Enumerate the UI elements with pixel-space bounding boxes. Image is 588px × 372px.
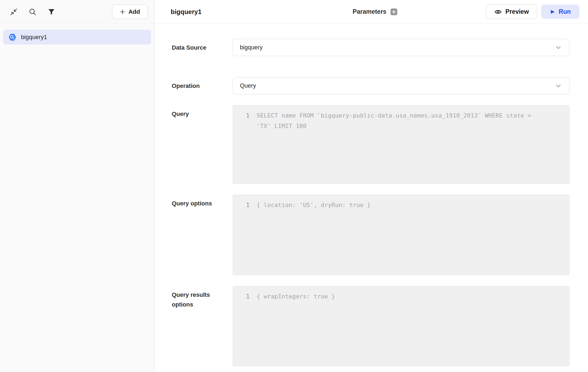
query-results-options-label: Query results options — [172, 286, 233, 310]
line-number: 1 — [238, 200, 250, 210]
query-results-options-placeholder: { wrapIntegers: true } — [257, 291, 539, 302]
preview-button[interactable]: Preview — [486, 5, 537, 19]
bigquery-icon — [8, 33, 17, 42]
chevron-down-icon — [555, 82, 562, 89]
form-row-query-options: Query options 1 { location: 'US', dryRun… — [172, 195, 588, 275]
query-options-code-editor[interactable]: 1 { location: 'US', dryRun: true } — [233, 195, 569, 275]
query-code-placeholder: SELECT name FROM `bigquery-public-data.u… — [257, 110, 539, 131]
query-options-placeholder: { location: 'US', dryRun: true } — [257, 200, 539, 210]
parameters-label: Parameters — [353, 8, 386, 15]
operation-label: Operation — [172, 77, 233, 91]
collapse-icon — [10, 8, 18, 16]
operation-value: Query — [240, 82, 256, 89]
query-label: Query — [172, 105, 233, 119]
data-source-value: bigquery — [240, 44, 262, 51]
sidebar: Add bigquery1 — [0, 0, 155, 372]
query-options-label: Query options — [172, 195, 233, 208]
plus-icon — [120, 9, 125, 15]
form-row-data-source: Data Source bigquery — [172, 39, 588, 56]
query-code-editor[interactable]: 1 SELECT name FROM `bigquery-public-data… — [233, 105, 569, 184]
filter-icon — [48, 8, 55, 15]
data-source-select[interactable]: bigquery — [233, 39, 569, 56]
run-button-label: Run — [559, 8, 571, 15]
preview-button-label: Preview — [505, 8, 529, 15]
query-list-item-bigquery1[interactable]: bigquery1 — [3, 30, 151, 44]
query-form: Data Source bigquery Operation Query — [155, 24, 588, 366]
plus-square-icon — [390, 8, 397, 15]
query-results-options-code-editor[interactable]: 1 { wrapIntegers: true } — [233, 286, 569, 366]
eye-icon — [494, 8, 502, 16]
chevron-down-icon — [555, 44, 562, 51]
add-button-label: Add — [128, 8, 140, 15]
filter-button[interactable] — [47, 7, 56, 16]
form-row-operation: Operation Query — [172, 77, 588, 94]
data-source-label: Data Source — [172, 39, 233, 53]
sidebar-toolbar: Add — [0, 0, 154, 24]
main-panel: bigquery1 Parameters — [155, 0, 588, 372]
main-header: bigquery1 Parameters — [155, 0, 588, 24]
search-icon — [29, 8, 37, 16]
add-parameter-button[interactable] — [390, 8, 397, 15]
line-number: 1 — [238, 110, 250, 121]
page-title: bigquery1 — [171, 8, 353, 16]
query-list: bigquery1 — [0, 24, 154, 44]
form-row-query-results-options: Query results options 1 { wrapIntegers: … — [172, 286, 588, 366]
play-icon — [550, 9, 555, 15]
add-query-button[interactable]: Add — [112, 5, 148, 19]
run-button[interactable]: Run — [541, 5, 579, 19]
app-window: Add bigquery1 bigquery1 Parameters — [0, 0, 588, 372]
search-button[interactable] — [28, 7, 37, 16]
collapse-panel-button[interactable] — [9, 7, 18, 16]
query-list-item-label: bigquery1 — [21, 34, 47, 41]
line-number: 1 — [238, 291, 250, 302]
form-row-query: Query 1 SELECT name FROM `bigquery-publi… — [172, 105, 588, 184]
operation-select[interactable]: Query — [233, 77, 569, 94]
parameters-section: Parameters — [353, 8, 397, 15]
header-actions: Preview Run — [397, 5, 579, 19]
